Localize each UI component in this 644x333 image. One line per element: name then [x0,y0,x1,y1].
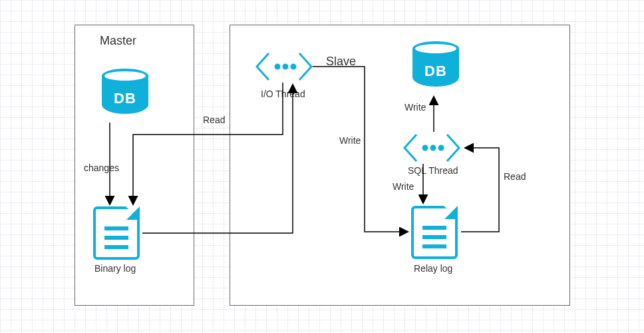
io-thread-icon [254,52,314,81]
write-label-center: Write [339,135,361,146]
relay-log-label: Relay log [414,263,452,274]
write-label-sql: Write [393,181,414,192]
diagram-canvas: Master Slave DB Binary log changes DB I/… [0,0,644,333]
read-label-right: Read [504,171,526,182]
slave-title: Slave [326,55,356,69]
master-title: Master [100,34,136,48]
read-label-left: Read [203,115,225,125]
svg-point-2 [291,64,297,70]
master-db-label: DB [102,90,148,107]
slave-db-label: DB [412,63,459,80]
binary-log-icon [93,206,140,260]
relay-log-icon [411,206,458,259]
master-db: DB [102,69,148,121]
write-label-top: Write [404,102,426,113]
binary-log-label: Binary log [94,263,136,274]
svg-point-3 [422,145,428,151]
changes-label: changes [84,163,119,173]
svg-point-4 [430,145,436,151]
slave-db: DB [412,41,459,93]
io-thread-label: I/O Thread [261,89,305,99]
sql-thread-label: SQL Thread [408,165,458,176]
sql-thread-icon [402,133,462,163]
svg-point-0 [275,64,281,70]
svg-point-1 [283,64,289,70]
svg-point-5 [438,145,444,151]
